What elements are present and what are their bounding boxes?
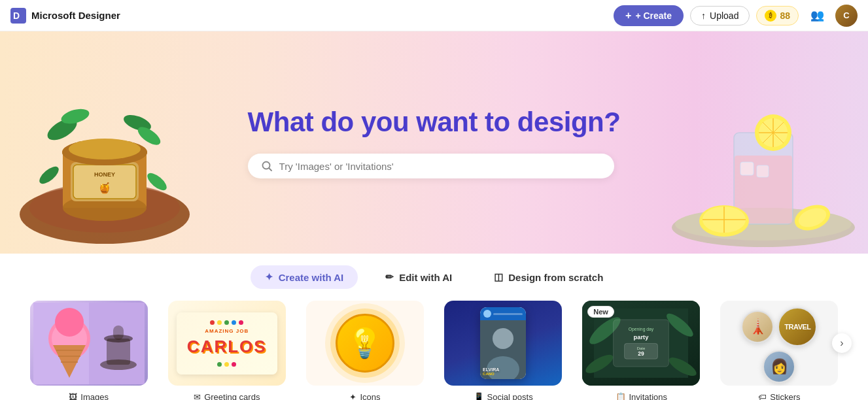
images-icon: 🖼 bbox=[69, 392, 77, 400]
invitations-icon: 📋 bbox=[616, 392, 626, 400]
stickers-visual: 🗼 TRAVEL 👩 bbox=[720, 301, 838, 386]
phone-header bbox=[480, 307, 526, 320]
search-bar[interactable] bbox=[248, 154, 614, 178]
greeting-name: CARLOS bbox=[187, 337, 267, 357]
card-greeting-cards[interactable]: AMAZING JOB CARLOS ✉ Greeting cards bbox=[158, 301, 296, 400]
coins-count: 88 bbox=[780, 10, 790, 21]
action-tabs: ✦ Create with AI ✏ Edit with AI ◫ Design… bbox=[0, 254, 868, 298]
card-invitations[interactable]: New Opening day party Date 29 bbox=[572, 301, 710, 400]
stickers-thumbnail: 🗼 TRAVEL 👩 bbox=[720, 301, 838, 386]
tab-edit-ai[interactable]: ✏ Edit with AI bbox=[371, 265, 466, 289]
svg-text:29: 29 bbox=[638, 350, 645, 357]
icons-icon: ✦ bbox=[349, 392, 356, 400]
app-logo: D bbox=[10, 8, 26, 24]
svg-text:D: D bbox=[13, 10, 20, 21]
avatar-initial: C bbox=[843, 10, 849, 20]
svg-text:HONEY: HONEY bbox=[94, 171, 115, 178]
tab-create-ai-label: Create with AI bbox=[279, 272, 343, 283]
svg-point-17 bbox=[37, 163, 61, 186]
invitations-thumbnail: New Opening day party Date 29 bbox=[582, 301, 700, 386]
svg-point-19 bbox=[262, 162, 269, 169]
header: D Microsoft Designer + + Create ↑ Upload… bbox=[0, 0, 868, 31]
card-images[interactable]: 🖼 Images bbox=[20, 301, 158, 400]
invitations-label: 📋 Invitations bbox=[616, 392, 668, 400]
svg-text:Opening day: Opening day bbox=[629, 327, 654, 332]
honey-jar-illustration: HONEY 🍯 bbox=[0, 31, 209, 254]
social-icon: 📱 bbox=[474, 392, 484, 400]
svg-text:🍯: 🍯 bbox=[98, 182, 111, 194]
hero-banner: HONEY 🍯 What do you want to design? bbox=[0, 31, 868, 254]
lemon-glass-illustration bbox=[659, 31, 868, 254]
phone-mockup: ELVIRA CANO bbox=[480, 307, 526, 379]
hero-left-decoration: HONEY 🍯 bbox=[0, 31, 209, 254]
svg-rect-8 bbox=[73, 165, 136, 199]
tab-design-scratch-label: Design from scratch bbox=[508, 272, 603, 283]
icons-label: ✦ Icons bbox=[349, 392, 380, 400]
social-name2: CANO bbox=[483, 372, 523, 376]
ice-cream-svg bbox=[33, 303, 145, 384]
search-icon bbox=[261, 160, 273, 172]
stickers-icon: 🏷 bbox=[758, 392, 767, 400]
svg-text:Date: Date bbox=[637, 346, 646, 350]
greeting-icon: ✉ bbox=[194, 392, 201, 400]
svg-rect-51 bbox=[113, 325, 124, 340]
card-social-posts[interactable]: ELVIRA CANO 📱 Social posts bbox=[434, 301, 572, 400]
design-scratch-icon: ◫ bbox=[494, 271, 503, 283]
greeting-cards-label: ✉ Greeting cards bbox=[194, 392, 260, 400]
coin-icon: ₿ bbox=[765, 10, 776, 22]
social-posts-thumbnail: ELVIRA CANO bbox=[444, 301, 562, 386]
hero-content: What do you want to design? bbox=[248, 107, 621, 178]
svg-line-20 bbox=[269, 169, 271, 171]
stickers-label: 🏷 Stickers bbox=[758, 392, 800, 400]
scroll-right-button[interactable]: › bbox=[832, 333, 852, 353]
tab-create-ai[interactable]: ✦ Create with AI bbox=[251, 265, 358, 289]
svg-rect-26 bbox=[757, 165, 769, 177]
greeting-amazing: AMAZING JOB bbox=[205, 328, 249, 334]
svg-rect-25 bbox=[740, 162, 754, 175]
eiffel-sticker: 🗼 bbox=[741, 310, 774, 343]
header-right: + + Create ↑ Upload ₿ 88 👥 C bbox=[614, 4, 858, 27]
cards-section: 🖼 Images AMAZING JOB bbox=[0, 298, 868, 400]
share-icon: 👥 bbox=[810, 8, 824, 22]
card-stickers[interactable]: 🗼 TRAVEL 👩 🏷 Stickers › bbox=[710, 301, 848, 400]
invitation-svg: Opening day party Date 29 bbox=[585, 308, 697, 378]
header-left: D Microsoft Designer bbox=[10, 8, 120, 24]
sparkle-icon: ✦ bbox=[265, 271, 273, 283]
lightbulb-sticker: 💡 bbox=[336, 314, 394, 373]
images-thumbnail bbox=[30, 301, 148, 386]
edit-ai-icon: ✏ bbox=[385, 271, 394, 283]
upload-label: Upload bbox=[710, 10, 738, 21]
images-label: 🖼 Images bbox=[69, 392, 109, 400]
search-input[interactable] bbox=[279, 161, 601, 172]
ice-cream-visual bbox=[30, 301, 148, 386]
hero-title: What do you want to design? bbox=[248, 107, 621, 138]
greeting-card-visual: AMAZING JOB CARLOS bbox=[168, 301, 286, 386]
travel-sticker: TRAVEL bbox=[778, 307, 817, 346]
icons-visual: 💡 bbox=[306, 301, 424, 386]
share-button[interactable]: 👥 bbox=[805, 4, 829, 27]
create-button[interactable]: + + Create bbox=[614, 5, 684, 26]
portrait-sticker: 👩 bbox=[763, 350, 795, 383]
tab-design-scratch[interactable]: ◫ Design from scratch bbox=[479, 265, 617, 289]
phone-image: ELVIRA CANO bbox=[480, 320, 526, 379]
app-name: Microsoft Designer bbox=[31, 10, 120, 21]
svg-text:party: party bbox=[634, 334, 650, 341]
upload-icon: ↑ bbox=[701, 10, 706, 21]
create-plus-icon: + bbox=[625, 10, 631, 22]
phone-avatar bbox=[483, 310, 491, 318]
social-visual: ELVIRA CANO bbox=[444, 301, 562, 386]
svg-point-12 bbox=[69, 139, 141, 159]
new-badge: New bbox=[587, 306, 614, 318]
coins-badge[interactable]: ₿ 88 bbox=[756, 6, 799, 25]
create-label: + Create bbox=[635, 10, 672, 21]
avatar[interactable]: C bbox=[835, 5, 858, 27]
card-icons[interactable]: 💡 ✦ Icons bbox=[296, 301, 434, 400]
upload-button[interactable]: ↑ Upload bbox=[690, 6, 750, 25]
svg-point-43 bbox=[55, 308, 84, 337]
tab-edit-ai-label: Edit with AI bbox=[399, 272, 452, 283]
social-name1: ELVIRA bbox=[483, 367, 523, 372]
greeting-inner: AMAZING JOB CARLOS bbox=[177, 312, 277, 375]
social-posts-label: 📱 Social posts bbox=[474, 392, 533, 400]
icons-thumbnail: 💡 bbox=[306, 301, 424, 386]
hero-right-decoration bbox=[659, 31, 868, 254]
